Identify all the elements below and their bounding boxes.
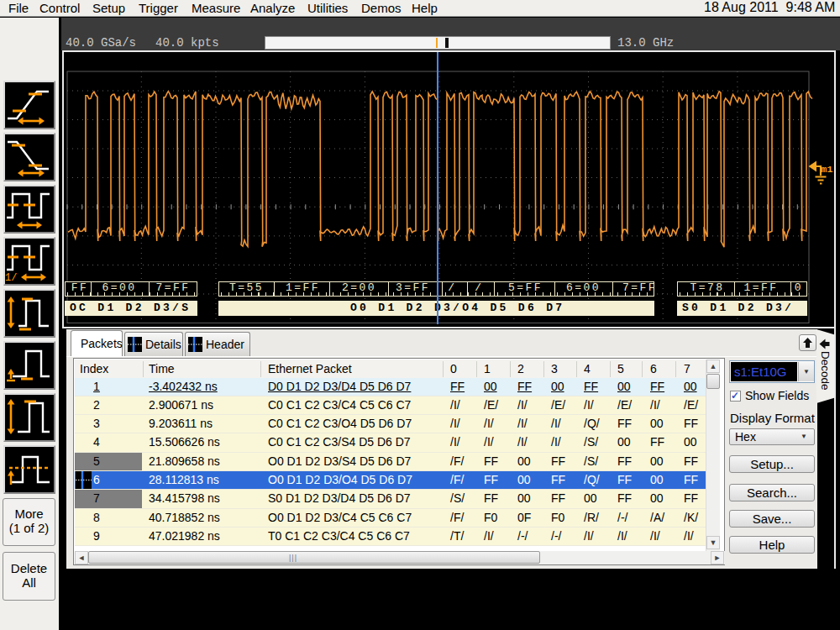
svg-text:1/: 1/ — [5, 272, 17, 282]
svg-text:m1: m1 — [822, 164, 833, 175]
